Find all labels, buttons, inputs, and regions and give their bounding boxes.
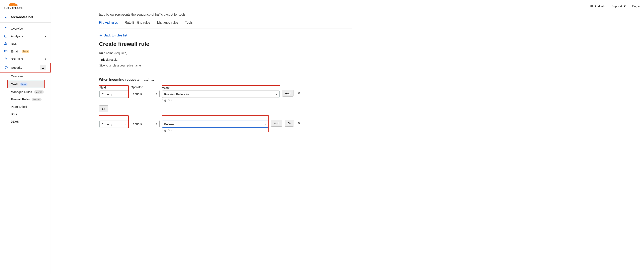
pie-chart-icon <box>4 34 8 38</box>
subnav-ddos[interactable]: DDoS <box>7 118 50 125</box>
value-hint: e.g. GB <box>162 129 268 132</box>
brand-text: CLOUDFLARE <box>4 7 23 9</box>
chevron-down-icon: ▼ <box>44 58 46 60</box>
back-to-rules-link[interactable]: Back to rules list <box>99 34 127 37</box>
svg-rect-7 <box>4 50 7 52</box>
network-icon <box>4 42 8 45</box>
back-arrow-icon <box>4 15 8 19</box>
tab-rate-limiting[interactable]: Rate limiting rules <box>125 21 150 28</box>
and-button[interactable]: And <box>282 90 294 97</box>
sidebar-item-label: Security <box>11 66 22 69</box>
shield-icon <box>4 66 8 70</box>
sidebar-item-security[interactable]: Security ▲ <box>0 63 50 73</box>
main-content: tabs below represents the sequence of tr… <box>51 12 352 274</box>
rule-name-input[interactable] <box>99 56 165 63</box>
caret-down-icon: ▼ <box>623 4 626 8</box>
beta-badge: Beta <box>22 50 30 53</box>
site-selector[interactable]: tech-notes.net <box>0 12 50 23</box>
arrow-left-icon <box>99 34 102 37</box>
sidebar-item-ssl[interactable]: SSL/TLS ▼ <box>0 55 50 63</box>
sidebar-item-label: Overview <box>11 27 24 30</box>
cloud-icon <box>8 3 18 6</box>
match-heading: When incoming requests match… <box>99 78 352 82</box>
subnav-managed-rules[interactable]: Managed Rules Moved <box>7 88 50 96</box>
svg-rect-8 <box>5 59 7 60</box>
operator-select[interactable]: equals▼ <box>131 120 160 127</box>
partial-description: tabs below represents the sequence of tr… <box>99 12 352 16</box>
subnav-bots[interactable]: Bots <box>7 110 50 118</box>
caret-down-icon: ▼ <box>156 123 158 125</box>
value-column-label: Value <box>162 86 280 90</box>
add-site-link[interactable]: Add site <box>590 4 606 8</box>
rule-name-hint: Give your rule a descriptive name <box>99 64 352 67</box>
moved-badge: Moved <box>34 90 44 94</box>
condition-row: Country▼ equals▼ Belarus▼ e.g. GB <box>99 115 352 132</box>
sidebar-item-analytics[interactable]: Analytics ▼ <box>0 32 50 40</box>
rule-name-label: Rule name (required) <box>99 51 352 55</box>
caret-down-icon: ▼ <box>156 93 158 95</box>
site-name: tech-notes.net <box>11 15 33 19</box>
sidebar-item-label: DNS <box>11 42 17 45</box>
caret-down-icon: ▼ <box>124 123 126 125</box>
operator-select[interactable]: equals▼ <box>131 90 160 97</box>
tab-managed-rules[interactable]: Managed rules <box>157 21 178 28</box>
language-link[interactable]: Englis <box>632 4 640 8</box>
operator-column-label: Operator <box>131 85 160 89</box>
lock-icon <box>4 57 8 61</box>
sidebar-item-label: SSL/TLS <box>11 57 23 61</box>
or-button[interactable]: Or <box>99 105 108 112</box>
or-button[interactable]: Or <box>285 120 294 127</box>
chevron-up-icon: ▲ <box>40 65 46 70</box>
subnav-waf[interactable]: WAF New <box>7 80 44 88</box>
sidebar-item-email[interactable]: Email Beta <box>0 47 50 55</box>
sidebar-item-overview[interactable]: Overview <box>0 25 50 32</box>
subnav-firewall-rules[interactable]: Firewall Rules Moved <box>7 96 50 103</box>
condition-row: Field Country▼ Operator equals▼ Value Ru… <box>99 85 352 102</box>
topbar: CLOUDFLARE Add site Support ▼ Englis <box>0 0 644 12</box>
page-title: Create firewall rule <box>99 41 352 47</box>
subnav-page-shield[interactable]: Page Shield <box>7 103 50 110</box>
caret-down-icon: ▼ <box>124 93 126 95</box>
plus-circle-icon <box>590 4 594 8</box>
security-subnav: Overview WAF New Managed Rules Moved Fir… <box>0 73 50 125</box>
subnav-overview[interactable]: Overview <box>7 73 50 80</box>
value-select[interactable]: Russian Federation▼ <box>162 91 280 98</box>
chevron-down-icon: ▼ <box>44 35 46 37</box>
divider <box>99 72 352 72</box>
brand-logo[interactable]: CLOUDFLARE <box>4 3 23 9</box>
support-link[interactable]: Support ▼ <box>612 4 626 8</box>
tab-firewall-rules[interactable]: Firewall rules <box>99 21 118 28</box>
value-select[interactable]: Belarus▼ <box>162 121 268 128</box>
svg-point-4 <box>4 44 5 45</box>
waf-tabs: Firewall rules Rate limiting rules Manag… <box>99 21 352 28</box>
clipboard-icon <box>4 27 8 30</box>
field-select[interactable]: Country▼ <box>99 91 128 98</box>
remove-condition-button[interactable]: ✕ <box>296 120 302 126</box>
and-button[interactable]: And <box>271 120 282 127</box>
mail-icon <box>4 49 8 53</box>
sidebar-item-label: Email <box>11 50 18 53</box>
svg-point-6 <box>6 44 7 45</box>
field-select[interactable]: Country▼ <box>99 121 128 128</box>
sidebar-item-dns[interactable]: DNS <box>0 40 50 47</box>
svg-point-3 <box>6 42 6 43</box>
value-hint: e.g. GB <box>162 99 280 102</box>
field-column-label: Field <box>99 86 128 90</box>
caret-down-icon: ▼ <box>264 123 266 125</box>
sidebar-item-label: Analytics <box>11 34 23 38</box>
caret-down-icon: ▼ <box>276 93 278 95</box>
remove-condition-button[interactable]: ✕ <box>296 90 302 96</box>
moved-badge: Moved <box>32 98 42 101</box>
new-badge: New <box>20 83 28 86</box>
tab-tools[interactable]: Tools <box>185 21 192 28</box>
sidebar: tech-notes.net Overview Analytics ▼ DNS … <box>0 12 51 274</box>
sidebar-nav: Overview Analytics ▼ DNS Email Beta SSL/… <box>0 23 50 125</box>
